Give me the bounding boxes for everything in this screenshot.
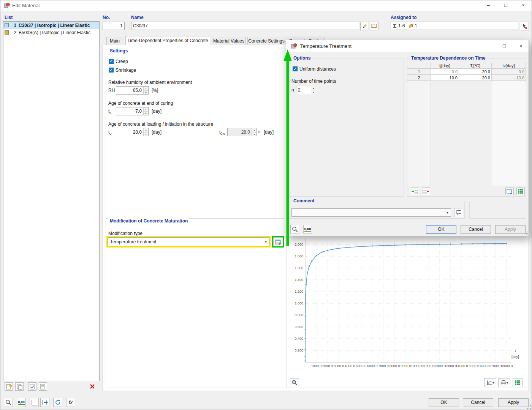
- annotation-arrow: [281, 49, 294, 248]
- axes-icon: [486, 380, 492, 386]
- cell-Tj[interactable]: 20.0: [459, 69, 492, 75]
- object-icon: [408, 24, 413, 28]
- svg-text:18000.0: 18000.0: [500, 364, 513, 368]
- t0e-unit: [day]: [264, 129, 274, 135]
- svg-text:7000.0: 7000.0: [378, 364, 389, 368]
- apply-button[interactable]: Apply: [498, 398, 529, 407]
- refresh-button[interactable]: [53, 398, 62, 407]
- shrinkage-label: Shrinkage: [116, 68, 136, 73]
- member-icon: [393, 24, 397, 28]
- t0e-expand-icon[interactable]: ▸: [258, 129, 260, 134]
- dialog-decimal-places-button[interactable]: 0,00: [303, 225, 312, 233]
- transfer-material-button[interactable]: [39, 382, 47, 391]
- rh-spinner[interactable]: ▴▾: [143, 87, 148, 94]
- assigned-to-field[interactable]: 1-6 1: [391, 22, 518, 30]
- material-no-field[interactable]: 1: [103, 22, 125, 30]
- decimal-places-button[interactable]: 0,00: [17, 398, 26, 407]
- list-item-b500s[interactable]: 2 B500S(A) | Isotropic | Linear Elastic: [3, 29, 99, 36]
- resize-grip[interactable]: [527, 405, 531, 409]
- printer-icon: [500, 380, 507, 386]
- tab-time-dependent[interactable]: Time-Dependent Properties of Concrete: [125, 36, 210, 45]
- copy-material-button[interactable]: [15, 382, 24, 391]
- check-material-button[interactable]: [28, 382, 36, 391]
- t0-spinner[interactable]: ▴▾: [143, 128, 148, 136]
- ts-unit: [day]: [152, 109, 162, 114]
- cancel-button[interactable]: Cancel: [463, 398, 493, 407]
- tab-main[interactable]: Main: [106, 37, 123, 45]
- speech-bubble-icon: [456, 210, 462, 215]
- cell-tj[interactable]: 0.0: [431, 69, 459, 75]
- dialog-cancel-button[interactable]: Cancel: [461, 225, 491, 234]
- cell-tj[interactable]: 10.0: [431, 75, 459, 81]
- chart-type-button[interactable]: ▾: [484, 378, 496, 387]
- dialog-ok-button[interactable]: OK: [426, 225, 456, 234]
- material-color-swatch: [5, 30, 9, 35]
- n-spinner[interactable]: ▴▾: [311, 86, 316, 94]
- comment-combobox[interactable]: ▾: [291, 208, 451, 217]
- n-value: 2: [296, 87, 311, 93]
- ts-spinner[interactable]: ▴▾: [143, 107, 148, 115]
- row-header[interactable]: 1: [407, 69, 431, 75]
- svg-text:0.400: 0.400: [294, 337, 303, 341]
- svg-text:13000.0: 13000.0: [445, 364, 457, 368]
- material-name-field[interactable]: C30/37: [131, 22, 359, 30]
- tab-concrete-settings[interactable]: Concrete Settings: [247, 37, 285, 45]
- ok-button[interactable]: OK: [429, 398, 459, 407]
- export-button[interactable]: [40, 398, 49, 407]
- ts-value: 7.0: [116, 109, 143, 114]
- dialog-minimize-button[interactable]: –: [478, 40, 496, 52]
- comment-template-button[interactable]: [454, 208, 463, 217]
- close-button[interactable]: ×: [515, 0, 532, 11]
- modification-type-select[interactable]: Temperature treatment ▾: [108, 237, 269, 246]
- t0-value: 28.0: [116, 129, 143, 135]
- n-input[interactable]: 2▴▾: [296, 86, 316, 94]
- insert-row-button[interactable]: [411, 188, 419, 195]
- check-icon: ✓: [109, 59, 113, 63]
- cell-Tj[interactable]: 20.0: [459, 75, 492, 81]
- insert-row-icon: [412, 188, 418, 194]
- print-chart-button[interactable]: ▾: [498, 378, 510, 387]
- modification-type-label: Modification type: [108, 231, 142, 236]
- rh-input[interactable]: 65.0▴▾: [116, 86, 149, 95]
- modification-type-value: Temperature treatment: [108, 239, 263, 244]
- chevron-down-icon: ▾: [263, 240, 269, 244]
- creep-checkbox[interactable]: ✓: [109, 59, 114, 64]
- maximize-button[interactable]: □: [497, 0, 515, 11]
- shrinkage-checkbox[interactable]: ✓: [109, 68, 114, 73]
- material-library-button[interactable]: [370, 22, 378, 30]
- chart-zoom-button[interactable]: [290, 378, 299, 387]
- window-title: Edit Material: [12, 3, 40, 8]
- formula-button[interactable]: fx: [66, 398, 75, 407]
- export-excel-button[interactable]: [516, 188, 525, 195]
- row-header-strip: [407, 81, 431, 186]
- list-item-c30-37[interactable]: 1 C30/37 | Isotropic | Linear Elastic: [3, 22, 99, 29]
- edit-name-button[interactable]: [360, 22, 369, 30]
- new-sheet-icon: [6, 383, 12, 390]
- dialog-maximize-button[interactable]: □: [496, 40, 513, 52]
- search-button[interactable]: [4, 398, 13, 407]
- t0-unit: [day]: [152, 129, 162, 135]
- pick-objects-button[interactable]: [520, 22, 529, 30]
- new-material-button[interactable]: [5, 382, 13, 391]
- check-sheet-icon: [29, 383, 36, 390]
- white-swatch-button[interactable]: [30, 398, 39, 407]
- ts-input[interactable]: 7.0▴▾: [116, 107, 149, 115]
- dialog-apply-button[interactable]: Apply: [495, 225, 526, 234]
- dialog-close-button[interactable]: ×: [513, 40, 529, 52]
- resize-grip[interactable]: [524, 231, 529, 236]
- t0e-value: 28.0: [228, 129, 252, 135]
- export-table-button[interactable]: [505, 188, 514, 195]
- t0-input[interactable]: 28.0▴▾: [116, 128, 149, 136]
- export-chart-excel-button[interactable]: [513, 378, 522, 387]
- delete-material-button[interactable]: [88, 382, 97, 391]
- t0e-input: 28.0▴▾: [227, 128, 257, 136]
- assigned-to-label: Assigned to: [391, 15, 417, 20]
- delete-x-icon: [89, 383, 95, 390]
- tab-material-values[interactable]: Material Values: [212, 37, 246, 45]
- delete-row-button[interactable]: [422, 188, 430, 195]
- refresh-icon: [55, 399, 61, 405]
- column-header-tj: tj [day]: [431, 63, 459, 69]
- minimize-button[interactable]: –: [480, 0, 497, 11]
- decimal-places-icon: 0,00: [304, 227, 311, 232]
- row-header[interactable]: 2: [407, 75, 431, 81]
